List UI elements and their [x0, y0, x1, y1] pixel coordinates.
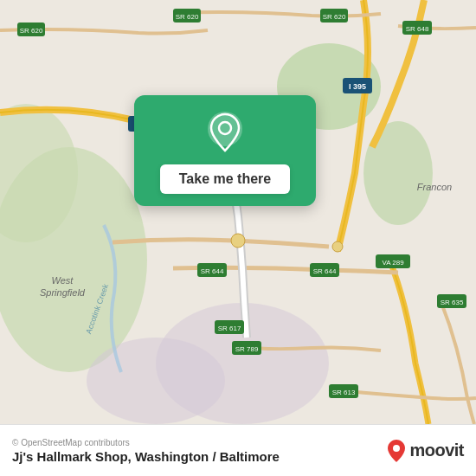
svg-text:SR 648: SR 648 — [406, 25, 429, 33]
svg-text:SR 644: SR 644 — [201, 267, 224, 275]
take-me-there-button[interactable]: Take me there — [160, 164, 290, 194]
svg-text:Springfield: Springfield — [40, 287, 86, 298]
svg-point-8 — [231, 234, 245, 248]
svg-text:SR 644: SR 644 — [313, 267, 337, 275]
bottom-left-info: © OpenStreetMap contributors Jj's Hallma… — [12, 438, 280, 464]
svg-text:SR 620: SR 620 — [176, 13, 199, 21]
svg-text:SR 620: SR 620 — [323, 13, 346, 21]
svg-text:SR 620: SR 620 — [20, 27, 43, 35]
svg-text:West: West — [52, 275, 74, 286]
map-background: I 495 I 395 SR 620 SR 620 SR 620 SR 648 … — [0, 0, 476, 424]
svg-text:SR 789: SR 789 — [235, 345, 259, 353]
svg-text:SR 635: SR 635 — [441, 299, 464, 306]
svg-text:Francon: Francon — [417, 182, 452, 192]
action-card: Take me there — [134, 95, 316, 206]
svg-text:I 395: I 395 — [349, 82, 366, 91]
svg-point-7 — [87, 338, 225, 424]
svg-text:VA 289: VA 289 — [382, 259, 404, 267]
bottom-bar: © OpenStreetMap contributors Jj's Hallma… — [0, 424, 476, 476]
svg-text:SR 617: SR 617 — [218, 325, 241, 332]
map-pin-icon — [203, 111, 248, 156]
svg-point-9 — [332, 241, 343, 252]
svg-point-44 — [393, 445, 400, 452]
svg-text:SR 613: SR 613 — [332, 389, 356, 396]
moovit-brand-text: moovit — [409, 441, 464, 460]
place-name: Jj's Hallmark Shop, Washington / Baltimo… — [12, 449, 280, 464]
map-attribution: © OpenStreetMap contributors — [12, 438, 280, 447]
moovit-pin-icon — [387, 439, 406, 463]
moovit-logo: moovit — [387, 439, 464, 463]
map-container[interactable]: I 495 I 395 SR 620 SR 620 SR 620 SR 648 … — [0, 0, 476, 424]
svg-point-42 — [208, 112, 242, 146]
